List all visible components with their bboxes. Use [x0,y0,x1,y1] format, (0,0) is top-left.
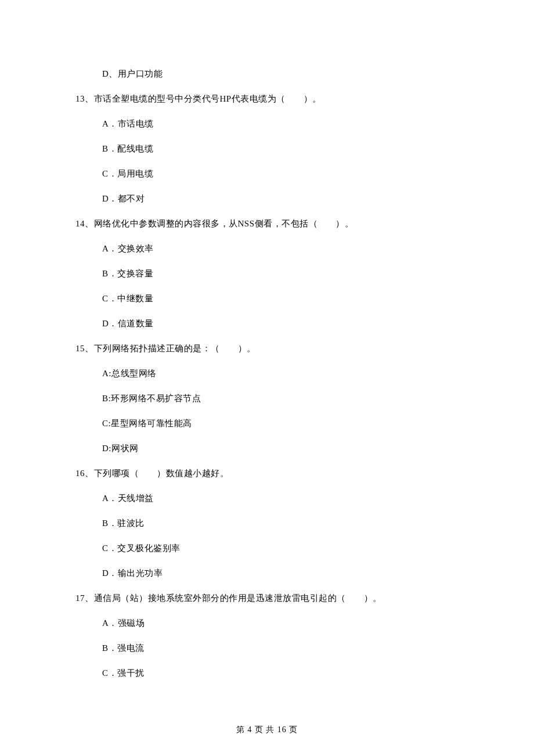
page-footer: 第 4 页 共 16 页 [0,725,534,735]
question-16-option-b: B．驻波比 [75,518,459,529]
question-stem-13: 13、市话全塑电缆的型号中分类代号HP代表电缆为（ ）。 [75,93,459,105]
question-15-option-a: A:总线型网络 [75,368,459,379]
question-15-option-c: C:星型网络可靠性能高 [75,418,459,429]
question-16-option-c: C．交叉极化鉴别率 [75,543,459,554]
question-16-option-a: A．天线增益 [75,493,459,504]
question-stem-14: 14、网络优化中参数调整的内容很多，从NSS侧看，不包括（ ）。 [75,218,459,229]
question-17-option-b: B．强电流 [75,643,459,654]
question-17-option-c: C．强干扰 [75,668,459,679]
question-14-option-b: B．交换容量 [75,268,459,279]
question-13-option-d: D．都不对 [75,193,459,204]
question-14-option-a: A．交换效率 [75,243,459,254]
question-stem-16: 16、下列哪项（ ）数值越小越好。 [75,468,459,479]
question-stem-17: 17、通信局（站）接地系统室外部分的作用是迅速泄放雷电引起的（ ）。 [75,593,459,604]
prev-option-d: D、用户口功能 [75,69,459,80]
page-content: D、用户口功能 13、市话全塑电缆的型号中分类代号HP代表电缆为（ ）。 A．市… [0,0,534,679]
question-13-option-a: A．市话电缆 [75,118,459,129]
question-15-option-b: B:环形网络不易扩容节点 [75,393,459,404]
question-stem-15: 15、下列网络拓扑描述正确的是：（ ）。 [75,343,459,354]
question-13-option-c: C．局用电缆 [75,168,459,179]
question-14-option-c: C．中继数量 [75,293,459,304]
question-14-option-d: D．信道数量 [75,318,459,329]
question-13-option-b: B．配线电缆 [75,143,459,154]
question-16-option-d: D．输出光功率 [75,568,459,579]
question-17-option-a: A．强磁场 [75,618,459,629]
question-15-option-d: D:网状网 [75,443,459,454]
